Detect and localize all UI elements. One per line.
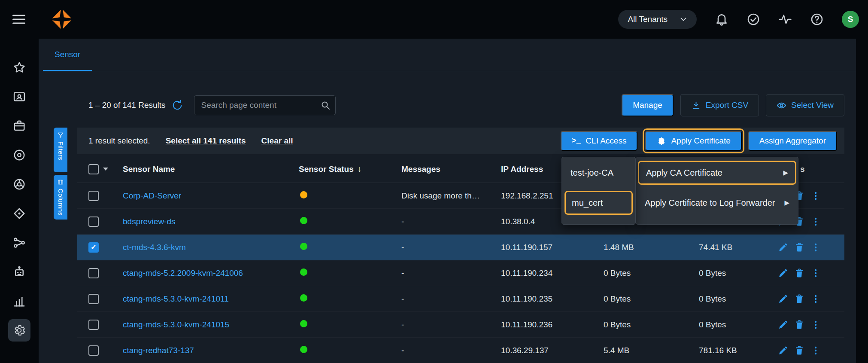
submenu-item-mu-cert[interactable]: mu_cert [565, 191, 633, 215]
selection-caret-icon[interactable] [103, 168, 108, 171]
more-options-icon[interactable] [810, 191, 821, 201]
row-checkbox[interactable] [88, 191, 99, 201]
row-checkbox[interactable] [88, 345, 99, 356]
header-sensor-status[interactable]: Sensor Status [299, 165, 401, 174]
row-checkbox[interactable] [88, 217, 99, 227]
sensor-name-link[interactable]: Corp-AD-Server [123, 191, 181, 200]
settings-gear-icon[interactable] [8, 319, 30, 342]
filters-side-tab[interactable]: Filters [54, 128, 67, 172]
table-row: ctang-mds-5.3.0-kvm-241015 - 10.11.190.2… [77, 312, 844, 338]
edit-icon[interactable] [778, 268, 788, 278]
hamburger-menu-icon[interactable] [11, 12, 27, 27]
activity-pulse-icon[interactable] [778, 12, 792, 26]
sensor-name-link[interactable]: ctang-mds-5.3.0-kvm-241015 [123, 320, 229, 329]
submenu-arrow-icon: ▶ [783, 169, 788, 177]
clear-all-link[interactable]: Clear all [261, 136, 293, 146]
header-sensor-name[interactable]: Sensor Name [123, 165, 299, 174]
eye-icon [777, 101, 786, 110]
more-options-icon[interactable] [810, 268, 821, 278]
user-avatar[interactable]: S [842, 11, 859, 28]
menu-item-label: Apply CA Certificate [646, 168, 722, 178]
manage-button-label: Manage [633, 101, 662, 110]
submenu-item-test-joe-ca[interactable]: test-joe-CA [565, 161, 633, 185]
select-view-button[interactable]: Select View [766, 94, 844, 116]
delete-icon[interactable] [794, 345, 804, 356]
status-dot [300, 268, 307, 276]
menu-item-apply-ca-certificate[interactable]: Apply CA Certificate ▶ [638, 161, 796, 185]
row-checkbox[interactable] [88, 242, 99, 253]
left-sidebar [0, 39, 39, 363]
delete-icon[interactable] [794, 242, 804, 253]
messages-cell: - [401, 217, 501, 226]
automation-robot-icon[interactable] [12, 265, 27, 279]
more-options-icon[interactable] [810, 294, 821, 304]
search-icon [320, 100, 331, 110]
sensor-name-link[interactable]: ct-mds-4.3.6-kvm [123, 243, 186, 252]
size-cell-2: 0 Bytes [699, 268, 778, 278]
edit-icon[interactable] [778, 345, 788, 356]
certificate-submenu: test-joe-CA mu_cert [561, 157, 636, 225]
notifications-bell-icon[interactable] [715, 12, 728, 26]
refresh-icon[interactable] [172, 100, 183, 111]
check-circle-icon[interactable] [747, 12, 760, 26]
assign-aggregator-button[interactable]: Assign Aggregator [748, 131, 837, 151]
sensor-name-link[interactable]: ctang-mds-5.3.0-kvm-241011 [123, 294, 229, 303]
row-checkbox[interactable] [88, 320, 99, 330]
row-checkbox[interactable] [88, 268, 99, 278]
sensor-name-link[interactable]: bdspreview-ds [123, 217, 176, 226]
more-options-icon[interactable] [810, 242, 821, 253]
network-nodes-icon[interactable] [12, 235, 27, 250]
header-messages[interactable]: Messages [401, 165, 501, 174]
menu-item-apply-cert-log-forwarder[interactable]: Apply Certificate to Log Forwarder ▶ [638, 191, 796, 215]
delete-icon[interactable] [794, 320, 804, 330]
export-csv-button[interactable]: Export CSV [680, 94, 759, 116]
select-all-link[interactable]: Select all 141 results [166, 136, 246, 146]
search-input[interactable] [194, 95, 336, 115]
edit-icon[interactable] [778, 294, 788, 304]
analytics-wheel-icon[interactable] [12, 177, 27, 192]
size-cell-2: 781.16 KB [699, 346, 778, 355]
selected-count-text: 1 result selected. [88, 136, 150, 146]
delete-icon[interactable] [794, 268, 804, 278]
detections-card-icon[interactable] [12, 89, 27, 104]
apply-certificate-button[interactable]: Apply Certificate [645, 131, 741, 151]
case-briefcase-icon[interactable] [12, 119, 27, 133]
sensor-name-link[interactable]: ctang-mds-5.2.2009-kvm-241006 [123, 268, 243, 278]
status-dot [300, 243, 307, 250]
search-box [194, 95, 336, 115]
edit-icon[interactable] [778, 242, 788, 253]
status-dot [300, 191, 307, 198]
ip-cell: 10.11.190.157 [501, 243, 604, 252]
ip-cell: 10.11.190.234 [501, 268, 604, 278]
help-icon[interactable] [810, 12, 824, 26]
tab-sensor[interactable]: Sensor [43, 39, 92, 71]
ip-cell: 10.11.190.235 [501, 294, 604, 304]
results-row: 1 – 20 of 141 Results Manage Export CSV … [88, 94, 844, 117]
row-checkbox[interactable] [88, 294, 99, 304]
manage-button[interactable]: Manage [622, 94, 674, 116]
selection-bar: 1 result selected. Select all 141 result… [77, 128, 844, 154]
tenant-selector[interactable]: All Tenants [618, 10, 697, 29]
cli-access-button[interactable]: >_ CLI Access [561, 131, 638, 151]
select-all-checkbox[interactable] [88, 164, 99, 174]
delete-icon[interactable] [794, 294, 804, 304]
more-options-icon[interactable] [810, 345, 821, 356]
size-cell-1: 0 Bytes [604, 268, 699, 278]
disc-icon[interactable] [12, 148, 27, 162]
columns-side-tab[interactable]: Columns [54, 175, 67, 220]
edit-icon[interactable] [778, 320, 788, 330]
table-row: ctang-mds-5.3.0-kvm-241011 - 10.11.190.2… [77, 286, 844, 312]
reports-chart-icon[interactable] [12, 294, 27, 308]
more-options-icon[interactable] [810, 217, 821, 227]
sensor-name-link[interactable]: ctang-redhat73-137 [123, 346, 194, 355]
columns-tab-label: Columns [57, 189, 64, 216]
more-options-icon[interactable] [810, 320, 821, 330]
messages-cell: - [401, 320, 501, 329]
target-diamond-icon[interactable] [12, 206, 27, 221]
export-csv-label: Export CSV [706, 101, 748, 110]
status-dot [300, 217, 307, 224]
size-cell-2: 0 Bytes [699, 320, 778, 329]
favorites-star-icon[interactable] [12, 60, 27, 75]
chevron-down-icon [679, 15, 688, 24]
filters-tab-label: Filters [57, 141, 64, 160]
